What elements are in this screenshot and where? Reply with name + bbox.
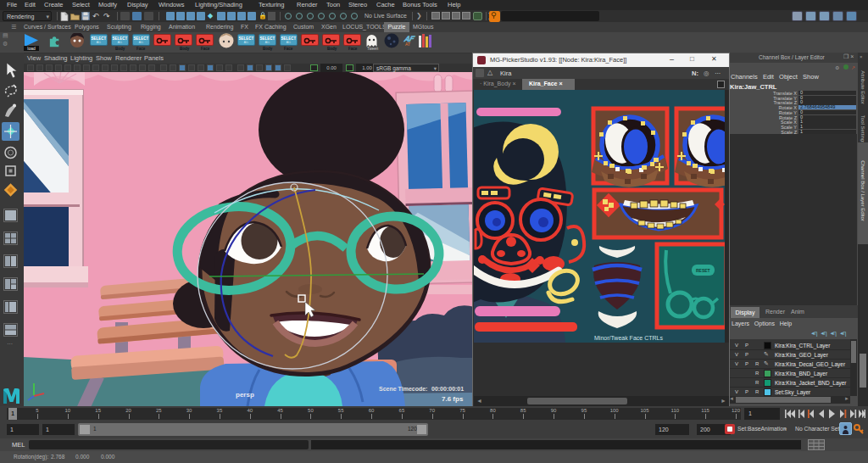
svg-text:persp: persp bbox=[236, 391, 254, 399]
svg-text:00:00:00:01: 00:00:00:01 bbox=[431, 386, 464, 392]
svg-text:Minor/Tweak Face CTRLs: Minor/Tweak Face CTRLs bbox=[594, 335, 663, 341]
svg-text:RESET: RESET bbox=[696, 268, 710, 273]
svg-text:7.6 fps: 7.6 fps bbox=[442, 395, 464, 403]
svg-text:Scene Timecode:: Scene Timecode: bbox=[379, 386, 427, 392]
